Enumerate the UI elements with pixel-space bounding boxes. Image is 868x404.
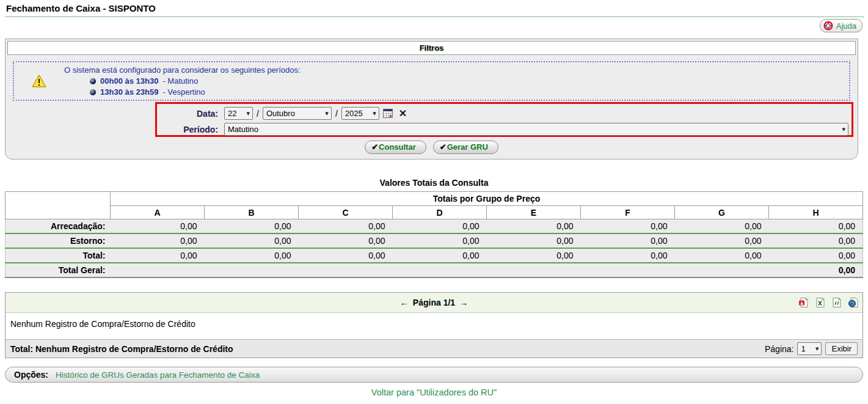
year-select[interactable]: 2025 — [341, 107, 379, 120]
period-item-vespertino: 13h30 às 23h59 - Vespertino — [90, 87, 301, 97]
column-header-d: D — [393, 206, 487, 219]
cell-value: 0,00 — [581, 248, 675, 263]
highlighted-filter-area: Data: 22 / Outubro / 2025 — [155, 102, 853, 137]
options-bar: Opções: Histórico de GRUs Geradas para F… — [5, 367, 863, 383]
consultar-button-label: Consultar — [379, 142, 416, 152]
column-header-b: B — [205, 206, 299, 219]
page-select-wrapper: 1 — [797, 342, 822, 355]
cell-value: 0,00 — [675, 233, 769, 248]
html-export-icon[interactable] — [848, 298, 858, 308]
month-select-wrapper: Outubro — [263, 107, 332, 120]
help-button[interactable]: Ajuda — [820, 19, 863, 32]
life-ring-icon — [823, 21, 833, 31]
table-row-estorno: Estorno: 0,00 0,00 0,00 0,00 0,00 0,00 0… — [5, 233, 863, 248]
date-separator: / — [257, 109, 259, 119]
title-divider — [5, 17, 864, 17]
period-field-row: Período: Matutino — [157, 122, 852, 137]
column-header-a: A — [111, 206, 205, 219]
table-row-total-geral: Total Geral: 0,00 — [5, 263, 863, 277]
row-label: Total: — [5, 248, 111, 263]
period-select-wrapper: Matutino — [224, 123, 848, 136]
cell-value: 0,00 — [111, 233, 205, 248]
table-row-total: Total: 0,00 0,00 0,00 0,00 0,00 0,00 0,0… — [5, 248, 863, 263]
pdf-export-icon[interactable] — [798, 298, 809, 308]
day-select-wrapper: 22 — [224, 107, 253, 120]
consultar-button[interactable]: ✔ Consultar — [365, 141, 426, 154]
cell-value: 0,00 — [299, 219, 393, 234]
excel-export-icon[interactable] — [815, 298, 825, 308]
cell-value: 0,00 — [205, 233, 299, 248]
filters-panel: Filtros O sistema está configurado para … — [5, 39, 858, 160]
totals-table: Totais por Grupo de Preço A B C D E F G … — [5, 191, 863, 278]
cell-value: 0,00 — [299, 233, 393, 248]
notice-intro-text: O sistema está configurado para consider… — [64, 65, 301, 75]
cell-value: 0,00 — [299, 248, 393, 263]
totals-corner-cell — [5, 192, 111, 219]
gerar-gru-button-label: Gerar GRU — [447, 142, 488, 152]
cell-value: 0,00 — [393, 233, 487, 248]
check-icon: ✔ — [440, 142, 447, 152]
row-label: Estorno: — [5, 233, 111, 248]
cell-value: 0,00 — [769, 219, 863, 234]
previous-page-arrow[interactable]: ← — [400, 298, 409, 307]
page-select[interactable]: 1 — [797, 342, 822, 355]
next-page-arrow[interactable]: → — [459, 298, 468, 307]
date-label: Data: — [157, 109, 224, 119]
month-select[interactable]: Outubro — [263, 107, 332, 120]
options-label: Opções: — [14, 370, 48, 380]
pagination-label: Página 1/1 — [413, 298, 455, 307]
exibir-button[interactable]: Exibir — [825, 342, 858, 355]
period-config-notice: O sistema está configurado para consider… — [13, 61, 850, 101]
column-header-g: G — [675, 206, 769, 219]
day-select[interactable]: 22 — [224, 107, 253, 120]
pagination-header: ← Página 1/1 → — [5, 293, 863, 313]
cell-value: 0,00 — [487, 248, 581, 263]
cell-value: 0,00 — [769, 248, 863, 263]
cell-value: 0,00 — [393, 248, 487, 263]
cell-value: 0,00 — [111, 219, 205, 234]
clock-icon — [90, 89, 96, 95]
cell-value: 0,00 — [675, 248, 769, 263]
table-row-arrecadacao: Arrecadação: 0,00 0,00 0,00 0,00 0,00 0,… — [5, 219, 863, 234]
cell-value: 0,00 — [393, 219, 487, 234]
csv-export-icon[interactable] — [831, 298, 842, 308]
column-header-c: C — [299, 206, 393, 219]
period-label: Período: — [157, 125, 224, 134]
cell-value: 0,00 — [205, 248, 299, 263]
filters-panel-title: Filtros — [7, 41, 856, 55]
column-header-h: H — [769, 206, 863, 219]
cell-value: 0,00 — [487, 233, 581, 248]
cell-value: 0,00 — [487, 219, 581, 234]
year-select-wrapper: 2025 — [341, 107, 379, 120]
column-header-f: F — [581, 206, 675, 219]
grand-total-value: 0,00 — [111, 263, 863, 277]
clear-date-icon[interactable]: ✕ — [399, 109, 407, 119]
date-separator: / — [335, 109, 338, 119]
period-item-matutino: 00h00 às 13h30 - Matutino — [90, 76, 301, 86]
period-name: - Matutino — [162, 76, 198, 86]
results-panel: ← Página 1/1 → — [5, 292, 863, 358]
calendar-icon[interactable] — [383, 109, 393, 118]
gerar-gru-button[interactable]: ✔ Gerar GRU — [433, 141, 498, 154]
back-to-ru-users-link[interactable]: Voltar para "Utilizadores do RU" — [0, 387, 868, 397]
results-total-bar: Total: Nenhum Registro de Compra/Estorno… — [5, 339, 863, 358]
results-total-message: Total: Nenhum Registro de Compra/Estorno… — [10, 344, 233, 354]
column-header-row: A B C D E F G H — [5, 206, 863, 219]
cell-value: 0,00 — [581, 219, 675, 234]
check-icon: ✔ — [371, 142, 378, 152]
warning-icon — [32, 75, 46, 87]
column-header-e: E — [487, 206, 581, 219]
period-time: 00h00 às 13h30 — [100, 76, 158, 86]
group-price-header: Totais por Grupo de Preço — [111, 192, 863, 206]
row-label: Total Geral: — [5, 263, 111, 277]
period-select[interactable]: Matutino — [224, 123, 848, 136]
clock-icon — [90, 78, 96, 84]
period-time: 13h30 às 23h59 — [100, 87, 158, 97]
gru-history-link[interactable]: Histórico de GRUs Geradas para Fechament… — [56, 370, 260, 380]
cell-value: 0,00 — [205, 219, 299, 234]
cell-value: 0,00 — [581, 233, 675, 248]
cell-value: 0,00 — [769, 233, 863, 248]
help-button-label: Ajuda — [836, 21, 856, 31]
date-field-row: Data: 22 / Outubro / 2025 — [157, 106, 852, 121]
totals-section-title: Valores Totais da Consulta — [0, 178, 868, 188]
